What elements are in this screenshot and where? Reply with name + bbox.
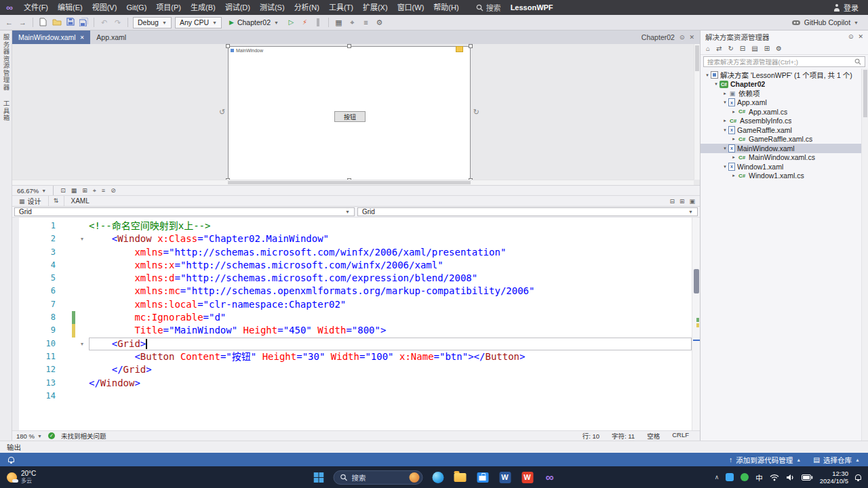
nest-files-icon[interactable]: ⊞: [764, 45, 770, 52]
navigate-back-icon[interactable]: ←: [4, 19, 14, 26]
battery-icon[interactable]: [802, 474, 813, 481]
sign-in-button[interactable]: 登录: [833, 2, 868, 13]
debug-configuration-dropdown[interactable]: Debug▼: [133, 17, 172, 28]
pin-icon[interactable]: ⊙: [679, 34, 685, 41]
tray-app-green-icon[interactable]: [741, 473, 749, 481]
expander-icon[interactable]: ▾: [713, 81, 719, 87]
code-line[interactable]: 8mc:Ignorable="d": [12, 311, 692, 324]
editor-zoom-dropdown[interactable]: 180 %▼: [16, 432, 42, 440]
code-line[interactable]: 11<Button Content="按钮" Height="30" Width…: [12, 350, 692, 363]
close-icon[interactable]: ✕: [689, 34, 694, 41]
design-window-preview[interactable]: MainWindow 按钮 ↺ ↻: [228, 46, 471, 180]
resize-handle[interactable]: [469, 44, 473, 48]
document-outline-icon[interactable]: ≡: [361, 19, 371, 26]
tree-item[interactable]: ▾xWindow1.xaml: [701, 162, 868, 171]
close-icon[interactable]: ✕: [858, 33, 863, 40]
save-all-icon[interactable]: [79, 18, 89, 28]
code-line[interactable]: 14: [12, 390, 692, 403]
tree-item[interactable]: ▸C#Window1.xaml.cs: [701, 171, 868, 181]
editor-vertical-scrollbar[interactable]: [692, 218, 700, 430]
menu-item[interactable]: 工具(T): [324, 0, 358, 15]
start-without-debugging-icon[interactable]: ▷: [286, 19, 296, 26]
taskbar-microsoft-store-icon[interactable]: [474, 468, 492, 486]
menu-item[interactable]: 视图(V): [87, 0, 122, 15]
xaml-designer-surface[interactable]: MainWindow 按钮 ↺ ↻: [12, 44, 700, 185]
tree-item[interactable]: ▾解决方案 'LessonWPF' (1 个项目, 共 1 个): [701, 70, 868, 80]
resize-handle[interactable]: [347, 44, 351, 48]
xaml-editor[interactable]: 1<!--命名空间映射到x上-->2▾<Window x:Class="Chap…: [12, 218, 700, 430]
code-line[interactable]: 10▾<Grid>: [12, 338, 692, 350]
tree-item[interactable]: ▸C#App.xaml.cs: [701, 107, 868, 117]
code-line[interactable]: 13</Window>: [12, 377, 692, 390]
show-grid-icon[interactable]: ▦: [71, 187, 77, 194]
server-explorer-tab[interactable]: 服务器资源管理器: [1, 34, 11, 91]
hot-reload-icon[interactable]: ⚡: [300, 19, 310, 26]
expander-icon[interactable]: ▸: [730, 109, 737, 115]
options-gear-icon[interactable]: ⚙: [374, 19, 384, 26]
menu-item[interactable]: 调试(D): [220, 0, 255, 15]
menu-item[interactable]: 窗口(W): [393, 0, 429, 15]
design-view-tab[interactable]: ▦ 设计: [12, 196, 48, 206]
members-dropdown[interactable]: Grid▼: [357, 207, 698, 216]
xaml-view-tab[interactable]: XAML: [64, 196, 96, 206]
solution-explorer-scrollbar[interactable]: [861, 68, 868, 441]
show-all-files-icon[interactable]: ▤: [751, 45, 757, 52]
menu-item[interactable]: 生成(B): [186, 0, 220, 15]
break-all-icon[interactable]: [313, 19, 323, 26]
ime-indicator[interactable]: 中: [755, 472, 763, 483]
spaces-indicator[interactable]: 空格: [647, 431, 660, 441]
menu-item[interactable]: 扩展(X): [358, 0, 393, 15]
select-repository-button[interactable]: ▤ 选择仓库 ▲: [813, 455, 860, 465]
document-tab[interactable]: MainWindow.xaml✕: [12, 30, 90, 44]
menu-item[interactable]: 帮助(H): [429, 0, 463, 15]
home-icon[interactable]: ⌂: [706, 45, 710, 52]
code-line[interactable]: 1<!--命名空间映射到x上-->: [12, 220, 692, 232]
editor-layout-icon[interactable]: ▦: [334, 19, 344, 26]
taskbar-microsoft-edge-icon[interactable]: [429, 468, 447, 486]
pick-element-icon[interactable]: ⌖: [347, 19, 357, 26]
tree-item[interactable]: ▸C#MainWindow.xaml.cs: [701, 153, 868, 163]
switch-views-icon[interactable]: ⇄: [716, 45, 722, 52]
tree-item[interactable]: ▾xMainWindow.xaml: [701, 144, 868, 153]
code-line[interactable]: 2▾<Window x:Class="Chapter02.MainWindow": [12, 232, 692, 245]
split-horizontal-icon[interactable]: ⊟: [669, 198, 675, 205]
code-line[interactable]: 12</Grid>: [12, 363, 692, 376]
expander-icon[interactable]: ▾: [704, 73, 711, 78]
tree-item[interactable]: ▾C#Chapter02: [701, 80, 868, 89]
menu-item[interactable]: 项目(P): [151, 0, 186, 15]
notifications-bell-icon[interactable]: [8, 457, 14, 462]
github-copilot-button[interactable]: GitHub Copilot ▼: [791, 18, 864, 26]
expander-icon[interactable]: ▾: [722, 100, 728, 105]
designer-vertical-scrollbar[interactable]: [694, 44, 700, 180]
expander-icon[interactable]: ▸: [730, 155, 737, 160]
weather-widget[interactable]: 20°C 多云: [0, 470, 36, 485]
resize-grip-right-icon[interactable]: ↻: [473, 108, 479, 117]
close-icon[interactable]: ✕: [80, 35, 85, 41]
pin-icon[interactable]: ⊙: [848, 33, 854, 40]
toolbox-tab[interactable]: 工具箱: [1, 100, 11, 122]
column-indicator[interactable]: 字符: 11: [612, 431, 635, 441]
design-button[interactable]: 按钮: [334, 111, 366, 122]
expand-pane-icon[interactable]: ▣: [689, 198, 695, 205]
volume-icon[interactable]: [786, 474, 795, 481]
tray-app-blue-icon[interactable]: [726, 473, 734, 481]
start-button[interactable]: [310, 468, 328, 486]
zoom-fit-icon[interactable]: ⊡: [60, 187, 66, 194]
expander-icon[interactable]: ▸: [722, 118, 728, 123]
expander-icon[interactable]: ▸: [730, 173, 737, 178]
taskbar-wps-office-icon[interactable]: W: [519, 468, 536, 486]
expander-icon[interactable]: ▾: [722, 146, 728, 151]
designer-horizontal-scrollbar[interactable]: [12, 180, 694, 185]
line-ending-indicator[interactable]: CRLF: [672, 431, 689, 441]
code-line[interactable]: 9Title="MainWindow" Height="450" Width="…: [12, 324, 692, 337]
tree-item[interactable]: ▸▣依赖项: [701, 89, 868, 98]
expander-icon[interactable]: ▸: [730, 136, 737, 142]
add-to-source-control-button[interactable]: ↑ 添加到源代码管理 ▲: [729, 455, 801, 465]
navigate-forward-icon[interactable]: →: [18, 19, 28, 26]
start-debugging-button[interactable]: ▶ Chapter02 ▼: [225, 17, 283, 28]
save-icon[interactable]: [65, 18, 75, 27]
taskbar-search-box[interactable]: 搜索: [334, 470, 423, 485]
code-line[interactable]: 7xmlns:local="clr-namespace:Chapter02": [12, 298, 692, 311]
collapse-all-icon[interactable]: ⊟: [740, 45, 745, 52]
tray-overflow-chevron-icon[interactable]: ∧: [715, 474, 719, 481]
